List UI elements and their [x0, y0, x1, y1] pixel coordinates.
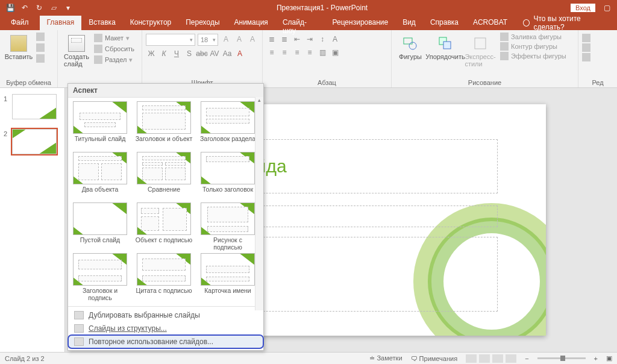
line-spacing-button[interactable]: ↕	[317, 34, 328, 45]
clear-format-icon[interactable]: A	[247, 34, 258, 45]
qat-more-icon[interactable]: ▾	[63, 2, 74, 13]
start-slideshow-icon[interactable]: ▱	[48, 2, 59, 13]
quick-styles-button[interactable]: Экспресс- стили	[465, 33, 495, 67]
bold-button[interactable]: Ж	[146, 48, 157, 59]
new-slide-icon	[68, 35, 85, 52]
status-bar: Слайд 2 из 2 ≐ Заметки 🗨 Примечания − + …	[0, 352, 617, 364]
spacing-button[interactable]: AV	[209, 48, 220, 59]
copy-button[interactable]	[36, 43, 45, 52]
slide-thumbnail-pane[interactable]: 1 2	[0, 88, 65, 352]
ribbon-tabs: Файл Главная Вставка Конструктор Переход…	[0, 16, 617, 30]
font-family-combo[interactable]	[146, 34, 195, 46]
tab-design[interactable]: Конструктор	[123, 16, 178, 30]
layout-section-header[interactable]: Заголовок раздела	[198, 101, 257, 151]
zoom-in-button[interactable]: +	[594, 355, 598, 362]
format-painter-button[interactable]	[36, 54, 45, 63]
slides-from-outline-item[interactable]: Слайды из структуры...	[68, 322, 263, 335]
text-direction-button[interactable]: A	[330, 34, 340, 45]
layout-title-caption[interactable]: Заголовок и подпись	[70, 253, 130, 303]
thumbnail-2[interactable]: 2	[12, 129, 61, 154]
reuse-slides-item[interactable]: Повторное использование слайдов...	[68, 335, 263, 348]
bullets-button[interactable]: ≣	[266, 34, 277, 45]
duplicate-icon	[74, 311, 84, 319]
fit-button[interactable]: ▣	[606, 354, 612, 362]
shape-effects-button[interactable]: Эффекты фигуры	[500, 52, 566, 60]
numbering-button[interactable]: ≣	[279, 34, 290, 45]
align-right-button[interactable]: ≡	[292, 47, 302, 58]
arrange-button[interactable]: Упорядочить	[430, 33, 460, 60]
shape-outline-button[interactable]: Контур фигуры	[500, 42, 566, 51]
redo-icon[interactable]: ↻	[34, 2, 45, 13]
tab-slideshow[interactable]: Слайд-шоу	[275, 16, 325, 30]
save-icon[interactable]: 💾	[5, 2, 16, 13]
tab-help[interactable]: Справка	[423, 16, 466, 30]
layout-blank[interactable]: Пустой слайд	[70, 202, 130, 252]
columns-button[interactable]: ▥	[317, 47, 328, 58]
increase-indent-button[interactable]: ⇥	[304, 34, 315, 45]
quick-access-toolbar: 💾 ↶ ↻ ▱ ▾	[0, 2, 74, 13]
layout-title-only[interactable]: Только заголовок	[198, 152, 257, 201]
tab-home[interactable]: Главная	[40, 16, 82, 30]
zoom-out-button[interactable]: −	[525, 355, 528, 362]
select-button[interactable]	[582, 53, 590, 61]
slideshow-view-button[interactable]	[506, 354, 516, 363]
layout-name-card[interactable]: Карточка имени	[198, 253, 257, 303]
decrease-indent-button[interactable]: ⇤	[292, 34, 302, 45]
tab-insert[interactable]: Вставка	[81, 16, 123, 30]
paste-button[interactable]: Вставить	[4, 33, 34, 60]
thumbnail-1[interactable]: 1	[12, 94, 61, 119]
smartart-button[interactable]: ▣	[330, 47, 340, 58]
ribbon: Вставить Буфер обмена Создать слайд Маке…	[0, 30, 617, 88]
svg-rect-0	[404, 38, 412, 44]
increase-font-icon[interactable]: A	[221, 34, 231, 45]
shape-fill-button[interactable]: Заливка фигуры	[500, 33, 566, 41]
tab-view[interactable]: Вид	[395, 16, 423, 30]
tab-transitions[interactable]: Переходы	[178, 16, 227, 30]
layout-picture-caption[interactable]: Рисунок с подписью	[198, 202, 257, 252]
group-label-drawing: Рисование	[395, 78, 574, 86]
font-color-button[interactable]: A	[234, 48, 245, 59]
align-left-button[interactable]: ≡	[266, 47, 277, 58]
tell-me-search[interactable]: Что вы хотите сделать?	[515, 16, 617, 30]
layout-two-content[interactable]: Два объекта	[70, 152, 130, 201]
shapes-button[interactable]: Фигуры	[395, 33, 425, 60]
find-button[interactable]	[582, 34, 590, 42]
strike-button[interactable]: abc	[196, 48, 207, 59]
layout-content-caption[interactable]: Объект с подписью	[134, 202, 193, 252]
font-size-combo[interactable]: 18	[198, 34, 218, 46]
layout-comparison[interactable]: Сравнение	[134, 152, 193, 201]
underline-button[interactable]: Ч	[171, 48, 182, 59]
layout-title-slide[interactable]: Титульный слайд	[70, 101, 130, 151]
sign-in-button[interactable]: Вход	[571, 4, 595, 12]
tab-file[interactable]: Файл	[0, 16, 40, 30]
reading-view-button[interactable]	[492, 354, 503, 363]
ribbon-options-icon[interactable]: ▢	[601, 2, 612, 13]
notes-button[interactable]: ≐ Заметки	[369, 354, 402, 362]
reset-button[interactable]: Сбросить	[94, 45, 134, 53]
undo-icon[interactable]: ↶	[19, 2, 30, 13]
section-button[interactable]: Раздел▾	[94, 55, 134, 64]
case-button[interactable]: Aa	[222, 48, 233, 59]
group-drawing: Фигуры Упорядочить Экспресс- стили Залив…	[392, 30, 578, 87]
justify-button[interactable]: ≡	[304, 47, 315, 58]
tab-acrobat[interactable]: ACROBAT	[466, 16, 515, 30]
tab-animations[interactable]: Анимация	[227, 16, 275, 30]
layout-quote-caption[interactable]: Цитата с подписью	[134, 253, 193, 303]
layout-title-content[interactable]: Заголовок и объект	[134, 101, 193, 151]
fill-icon	[500, 33, 509, 41]
align-center-button[interactable]: ≡	[279, 47, 290, 58]
normal-view-button[interactable]	[466, 354, 477, 363]
dropdown-scrollbar[interactable]: ▴	[255, 97, 263, 310]
layout-button[interactable]: Макет▾	[94, 34, 134, 42]
decrease-font-icon[interactable]: A	[234, 34, 245, 45]
italic-button[interactable]: К	[158, 48, 169, 59]
replace-button[interactable]	[582, 43, 590, 52]
duplicate-slides-item[interactable]: Дублировать выбранные слайды	[68, 309, 263, 322]
new-slide-button[interactable]: Создать слайд	[61, 33, 92, 67]
sorter-view-button[interactable]	[479, 354, 490, 363]
tab-review[interactable]: Рецензирование	[325, 16, 395, 30]
shadow-button[interactable]: S	[184, 48, 195, 59]
cut-button[interactable]	[36, 33, 45, 41]
zoom-slider[interactable]	[537, 357, 586, 359]
comments-button[interactable]: 🗨 Примечания	[411, 355, 458, 362]
